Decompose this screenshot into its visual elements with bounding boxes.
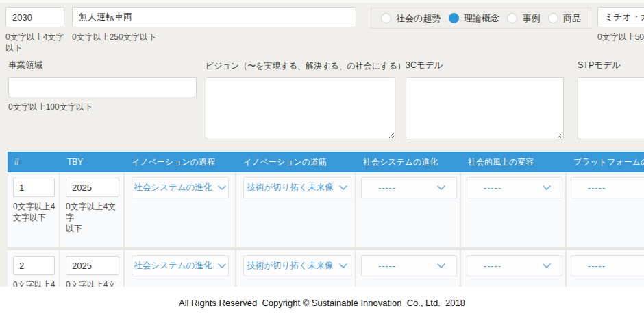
cell-tby: 0文字以上4文字 以下 (60, 250, 125, 287)
vision-label: ビジョン（〜を実現する、解決する、の社会にする） (206, 60, 406, 72)
column-header-number: # (8, 152, 60, 172)
chevron-down-icon (543, 263, 551, 269)
business-domain-label: 事業領域 (8, 60, 42, 71)
radio-button-icon (449, 13, 459, 23)
cell-number: 0文字以上4 文字以下 (8, 172, 60, 247)
column-header-social-climate: 社会的風土の変容 (461, 152, 567, 172)
form-area: 0文字以上4文字 以下 0文字以上250文字以下 社会の趨勢 理論概念 事例 商… (0, 0, 644, 287)
radio-button-icon (507, 13, 517, 23)
radio-option-product[interactable]: 商品 (548, 12, 581, 25)
select-value: ----- (588, 261, 606, 271)
column-header-innovation-path: イノベーションの道筋 (236, 152, 356, 172)
select-value: ----- (484, 261, 501, 271)
select-value: 社会システムの進化 (134, 182, 212, 193)
social-climate-select[interactable]: ----- (467, 177, 562, 198)
cell-tby: 0文字以上4文字 以下 (60, 172, 125, 247)
select-value: ----- (378, 183, 396, 193)
year-input-hint: 0文字以上4文字 以下 (5, 32, 64, 54)
cell-innovation-process: 社会システムの進化 (125, 172, 236, 247)
column-header-social-system: 社会システムの進化 (356, 152, 461, 172)
platform-select[interactable]: ----- (571, 177, 644, 198)
innovation-process-select[interactable]: 社会システムの進化 (132, 255, 229, 276)
select-value: 技術が切り拓く未来像 (247, 182, 334, 193)
model-stp-textarea[interactable] (578, 77, 644, 139)
social-climate-select[interactable]: ----- (467, 255, 562, 276)
row-number-input[interactable] (13, 256, 55, 275)
model-stp-label: STPモデル (578, 60, 621, 71)
column-header-tby: TBY (60, 152, 125, 172)
author-input-hint: 0文字以上50文字以下 (597, 32, 644, 43)
select-value: ----- (378, 261, 396, 271)
cell-social-climate: ----- (461, 172, 567, 247)
year-input[interactable] (5, 7, 64, 27)
social-system-select[interactable]: ----- (361, 255, 457, 276)
table-header-row: # TBY イノベーションの過程 イノベーションの道筋 社会システムの進化 社会… (8, 152, 644, 172)
select-value: ----- (484, 183, 501, 193)
column-header-platform: プラットフォームの進歩 (567, 152, 644, 172)
app-screen: 0文字以上4文字 以下 0文字以上250文字以下 社会の趨勢 理論概念 事例 商… (0, 0, 644, 319)
chevron-down-icon (437, 185, 445, 191)
column-header-innovation-process: イノベーションの過程 (125, 152, 236, 172)
radio-option-label: 理論概念 (464, 12, 499, 25)
chevron-down-icon (339, 185, 347, 191)
cell-social-climate: ----- (461, 250, 567, 287)
model-3c-label: 3Cモデル (406, 60, 443, 71)
chevron-down-icon (339, 263, 347, 269)
vision-textarea[interactable] (206, 77, 395, 139)
title-input-hint: 0文字以上250文字以下 (72, 32, 156, 43)
category-radio-group: 社会の趨勢 理論概念 事例 商品 (371, 8, 591, 29)
select-value: 技術が切り拓く未来像 (247, 260, 334, 272)
radio-option-label: 事例 (522, 12, 540, 25)
chevron-down-icon (437, 263, 445, 269)
row-tby-input[interactable] (66, 178, 119, 197)
page-footer: All Rights Reserved Copyright © Sustaina… (0, 287, 644, 319)
business-domain-hint: 0文字以上100文字以下 (8, 102, 92, 113)
row-number-input[interactable] (13, 178, 55, 197)
row-tby-input[interactable] (66, 256, 119, 275)
cell-social-system: ----- (356, 250, 461, 287)
field-hint: 0文字以上4文字 以下 (66, 279, 123, 287)
radio-option-label: 社会の趨勢 (396, 12, 441, 25)
cell-social-system: ----- (356, 172, 461, 247)
social-system-select[interactable]: ----- (361, 177, 457, 198)
radio-option-case-example[interactable]: 事例 (507, 12, 540, 25)
platform-select[interactable]: ----- (571, 255, 644, 276)
chevron-down-icon (218, 185, 226, 191)
author-input[interactable] (597, 7, 644, 27)
copyright-text: All Rights Reserved Copyright © Sustaina… (179, 298, 465, 308)
radio-option-social-trend[interactable]: 社会の趨勢 (381, 12, 441, 25)
table-row: 0文字以上4 文字以下 0文字以上4文字 以下 社会システムの進化 (8, 250, 644, 287)
title-input[interactable] (72, 7, 356, 27)
innovation-path-select[interactable]: 技術が切り拓く未来像 (243, 255, 351, 276)
cell-platform: ----- (567, 250, 644, 287)
field-hint: 0文字以上4 文字以下 (13, 279, 59, 287)
top-strip (0, 0, 644, 3)
innovation-table: # TBY イノベーションの過程 イノベーションの道筋 社会システムの進化 社会… (8, 152, 644, 287)
radio-option-theory-concept[interactable]: 理論概念 (449, 12, 499, 25)
cell-innovation-path: 技術が切り拓く未来像 (236, 250, 356, 287)
cell-innovation-path: 技術が切り拓く未来像 (236, 172, 356, 247)
table-row: 0文字以上4 文字以下 0文字以上4文字 以下 社会システムの進化 (8, 172, 644, 250)
model-3c-textarea[interactable] (406, 77, 564, 139)
cell-innovation-process: 社会システムの進化 (125, 250, 236, 287)
radio-button-icon (381, 13, 391, 23)
select-value: ----- (588, 183, 606, 193)
cell-number: 0文字以上4 文字以下 (8, 250, 60, 287)
field-hint: 0文字以上4 文字以下 (13, 201, 59, 223)
field-hint: 0文字以上4文字 以下 (66, 201, 123, 234)
chevron-down-icon (218, 263, 226, 269)
select-value: 社会システムの進化 (134, 260, 212, 272)
radio-option-label: 商品 (563, 12, 581, 25)
business-domain-input[interactable] (8, 77, 197, 97)
innovation-process-select[interactable]: 社会システムの進化 (132, 177, 229, 198)
innovation-path-select[interactable]: 技術が切り拓く未来像 (243, 177, 351, 198)
cell-platform: ----- (567, 172, 644, 247)
chevron-down-icon (543, 185, 551, 191)
radio-button-icon (548, 13, 558, 23)
